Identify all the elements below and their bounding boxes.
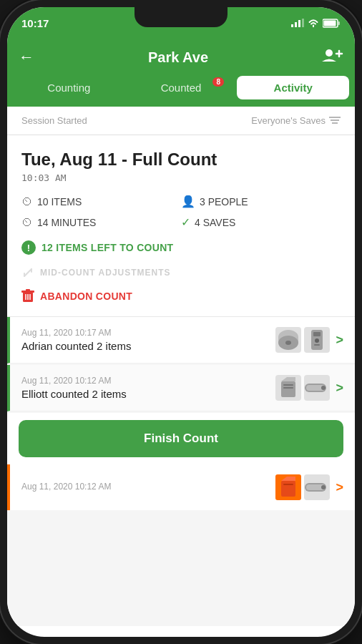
thumbnails-2 (275, 375, 330, 401)
person-icon: 👤 (181, 195, 195, 208)
svg-marker-28 (281, 377, 295, 381)
svg-rect-5 (338, 21, 341, 25)
svg-rect-30 (283, 387, 293, 389)
tab-counted[interactable]: Counted 8 (125, 76, 238, 99)
svg-point-22 (285, 341, 291, 345)
svg-marker-35 (281, 477, 295, 481)
clock-icon-2: ⏲ (21, 216, 33, 229)
items-left-text: 12 ITEMS LEFT TO COUNT (41, 242, 173, 253)
items-left: ! 12 ITEMS LEFT TO COUNT (21, 240, 341, 255)
bottom-date: Aug 11, 2020 10:12 AM (21, 482, 275, 492)
svg-rect-26 (314, 344, 320, 346)
activity-list-item-2[interactable]: Aug 11, 2020 10:12 AM Elliott counted 2 … (7, 365, 355, 411)
activity-card: Tue, Aug 11 - Full Count 10:03 AM ⏲ 10 I… (7, 135, 355, 317)
add-people-icon (322, 47, 343, 63)
status-icons (291, 19, 341, 28)
svg-rect-29 (283, 384, 293, 386)
signal-icon (291, 19, 304, 27)
activity-desc-1: Adrian counted 2 items (21, 340, 275, 352)
svg-rect-24 (313, 332, 321, 336)
thumb-bottom-card (275, 474, 301, 500)
svg-rect-36 (283, 484, 293, 485)
tab-activity[interactable]: Activity (237, 76, 349, 99)
activity-time: 10:03 AM (21, 172, 341, 183)
finish-count-button[interactable]: Finish Count (19, 420, 343, 457)
svg-rect-6 (324, 20, 336, 26)
filter-icon (329, 117, 341, 125)
adjust-icon (21, 266, 34, 279)
tab-counting[interactable]: Counting (13, 76, 125, 99)
activity-title: Tue, Aug 11 - Full Count (21, 150, 341, 170)
counted-badge: 8 (212, 77, 224, 87)
svg-point-7 (326, 49, 333, 57)
svg-rect-15 (26, 289, 30, 291)
wifi-icon (308, 19, 319, 27)
session-banner: Session Started Everyone's Saves (7, 107, 355, 135)
mid-count-text: MID-COUNT ADJUSTMENTS (40, 268, 171, 278)
svg-rect-3 (302, 19, 304, 27)
app-header: ← Park Ave (7, 39, 355, 76)
svg-point-33 (321, 386, 326, 390)
activity-date-1: Aug 11, 2020 10:17 AM (21, 328, 275, 338)
activity-desc-2: Elliott counted 2 items (21, 388, 275, 400)
page-title: Park Ave (148, 49, 208, 66)
stat-saves: ✓ 4 SAVES (181, 215, 341, 229)
finish-button-container: Finish Count (7, 413, 355, 464)
chevron-right-2: > (336, 381, 343, 396)
main-content: Session Started Everyone's Saves Tue, Au… (7, 107, 355, 626)
saves-filter[interactable]: Everyone's Saves (251, 115, 341, 126)
tab-bar: Counting Counted 8 Activity (7, 76, 355, 107)
session-started-label: Session Started (21, 115, 87, 126)
mid-count-adjustments[interactable]: MID-COUNT ADJUSTMENTS (21, 266, 341, 279)
svg-rect-27 (281, 381, 295, 397)
svg-rect-0 (291, 24, 293, 27)
thumb-bottom-drive (304, 474, 330, 500)
back-button[interactable]: ← (19, 48, 34, 67)
thumb-drive (304, 375, 330, 401)
status-time: 10:17 (21, 17, 49, 29)
thumbnails-1 (275, 327, 330, 353)
clock-icon-1: ⏲ (21, 195, 33, 208)
stat-items: ⏲ 10 ITEMS (21, 195, 181, 208)
thumb-disk (275, 327, 301, 353)
notch (134, 7, 228, 27)
alert-icon: ! (21, 240, 36, 255)
check-icon: ✓ (181, 215, 190, 229)
stat-people: 👤 3 PEOPLE (181, 195, 341, 208)
thumb-card (275, 375, 301, 401)
chevron-right-bottom: > (336, 480, 343, 495)
trash-icon (21, 289, 34, 303)
bottom-activity-item[interactable]: Aug 11, 2020 10:12 AM (7, 464, 355, 510)
abandon-count[interactable]: ABANDON COUNT (21, 289, 341, 303)
abandon-text: ABANDON COUNT (40, 291, 132, 302)
svg-point-25 (315, 338, 319, 343)
svg-point-39 (321, 485, 326, 489)
activity-date-2: Aug 11, 2020 10:12 AM (21, 376, 275, 386)
thumb-tower (304, 327, 330, 353)
activity-stats: ⏲ 10 ITEMS 👤 3 PEOPLE ⏲ 14 MINUTES ✓ 4 S… (21, 195, 341, 229)
chevron-right-1: > (336, 333, 343, 348)
battery-icon (323, 19, 341, 28)
stat-minutes: ⏲ 14 MINUTES (21, 215, 181, 229)
svg-rect-2 (298, 20, 300, 27)
bottom-thumbnails (275, 474, 330, 500)
svg-rect-1 (295, 22, 297, 27)
add-people-button[interactable] (322, 47, 343, 67)
svg-rect-34 (281, 481, 295, 497)
activity-list-item-1[interactable]: Aug 11, 2020 10:17 AM Adrian counted 2 i… (7, 317, 355, 364)
